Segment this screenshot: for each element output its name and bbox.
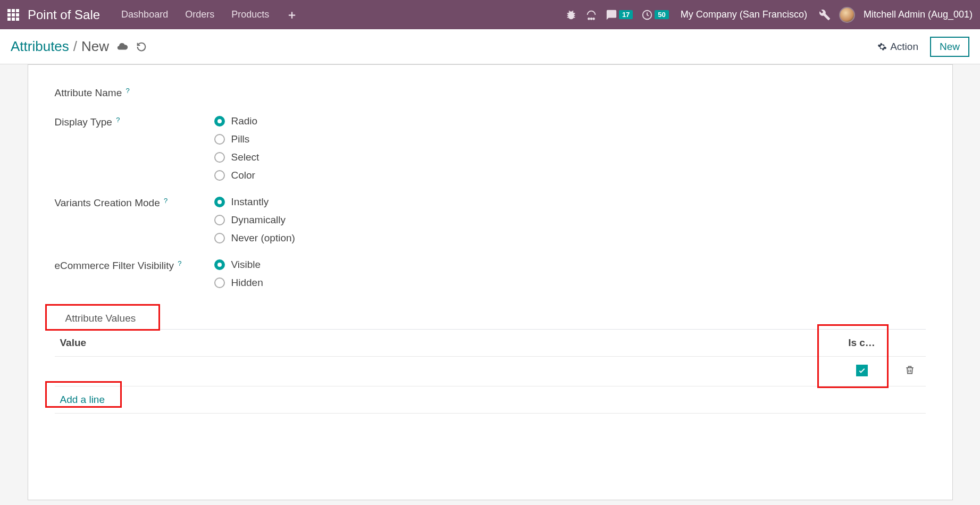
clock-icon [641, 9, 653, 21]
breadcrumb-current: New [81, 38, 109, 55]
cell-delete [894, 356, 926, 386]
col-value[interactable]: Value [55, 330, 830, 357]
tab-attribute-values[interactable]: Attribute Values [55, 307, 147, 330]
radio-icon [214, 277, 225, 288]
nav-products[interactable]: Products [227, 9, 273, 20]
label-attribute-name: Attribute Name ? [55, 86, 214, 100]
activities-button[interactable]: 50 [641, 9, 668, 21]
col-delete [894, 330, 926, 357]
radio-variants-never[interactable]: Never (option) [214, 232, 926, 244]
radio-icon [214, 197, 225, 207]
navbar: Point of Sale Dashboard Orders Products … [0, 0, 980, 29]
radio-display-pills[interactable]: Pills [214, 133, 926, 145]
radio-icon [214, 215, 225, 225]
activities-badge: 50 [655, 10, 668, 19]
table-row[interactable] [55, 356, 926, 386]
radio-icon [214, 134, 225, 145]
radio-visibility-visible[interactable]: Visible [214, 259, 926, 271]
col-is-custom[interactable]: Is c… [830, 330, 894, 357]
svg-point-0 [591, 18, 592, 19]
apps-icon[interactable] [7, 9, 19, 21]
label-filter-visibility: eCommerce Filter Visibility ? [55, 259, 214, 273]
bug-icon[interactable] [565, 9, 577, 21]
breadcrumb-root[interactable]: Attributes [11, 38, 69, 55]
label-display-type: Display Type ? [55, 115, 214, 130]
tools-icon[interactable] [819, 9, 831, 21]
company-selector[interactable]: My Company (San Francisco) [677, 9, 810, 20]
radio-icon [214, 233, 225, 243]
help-icon[interactable]: ? [178, 259, 181, 267]
help-icon[interactable]: ? [126, 87, 130, 95]
avatar[interactable] [839, 7, 855, 23]
cell-is-custom [830, 356, 894, 386]
trash-icon[interactable] [904, 364, 915, 376]
gear-icon [877, 42, 887, 52]
add-line-button[interactable]: Add a line [55, 386, 926, 413]
radio-variants-instantly[interactable]: Instantly [214, 196, 926, 208]
nav-new-icon[interactable]: ＋ [282, 7, 302, 23]
user-menu[interactable]: Mitchell Admin (Aug_001) [864, 9, 973, 20]
cell-value[interactable] [55, 356, 830, 386]
radio-group-variants-mode: Instantly Dynamically Never (option) [214, 196, 926, 244]
new-button[interactable]: New [930, 37, 969, 57]
form-sheet: Attribute Name ? Display Type ? Radio Pi… [28, 64, 953, 500]
support-icon[interactable] [585, 9, 597, 21]
radio-icon [214, 152, 225, 163]
messaging-badge: 17 [619, 10, 633, 19]
radio-variants-dynamically[interactable]: Dynamically [214, 214, 926, 226]
label-variants-mode: Variants Creation Mode ? [55, 196, 214, 211]
checkbox-is-custom[interactable] [856, 365, 868, 376]
breadcrumb: Attributes / New [11, 38, 109, 55]
breadcrumb-sep: / [73, 38, 77, 55]
svg-point-2 [593, 18, 594, 19]
radio-icon [214, 116, 225, 127]
messaging-button[interactable]: 17 [606, 9, 633, 21]
attribute-values-table: Value Is c… [55, 330, 926, 414]
tab-row: Attribute Values [55, 307, 926, 330]
help-icon[interactable]: ? [164, 197, 167, 205]
nav-dashboard[interactable]: Dashboard [117, 9, 172, 20]
radio-group-display-type: Radio Pills Select Color [214, 115, 926, 181]
radio-group-filter-visibility: Visible Hidden [214, 259, 926, 289]
radio-display-radio[interactable]: Radio [214, 115, 926, 127]
app-name[interactable]: Point of Sale [28, 7, 100, 22]
radio-icon [214, 259, 225, 270]
cloud-save-icon[interactable] [116, 41, 128, 53]
action-button[interactable]: Action [873, 39, 923, 55]
radio-display-color[interactable]: Color [214, 170, 926, 181]
radio-visibility-hidden[interactable]: Hidden [214, 277, 926, 289]
radio-icon [214, 170, 225, 181]
discard-icon[interactable] [136, 41, 147, 53]
svg-point-1 [588, 18, 590, 19]
toolbar: Attributes / New Action New [0, 29, 980, 64]
chat-icon [606, 9, 617, 21]
radio-display-select[interactable]: Select [214, 152, 926, 163]
help-icon[interactable]: ? [116, 116, 120, 124]
action-label: Action [890, 41, 918, 53]
content-scroll[interactable]: Attribute Name ? Display Type ? Radio Pi… [0, 64, 980, 505]
nav-orders[interactable]: Orders [181, 9, 219, 20]
